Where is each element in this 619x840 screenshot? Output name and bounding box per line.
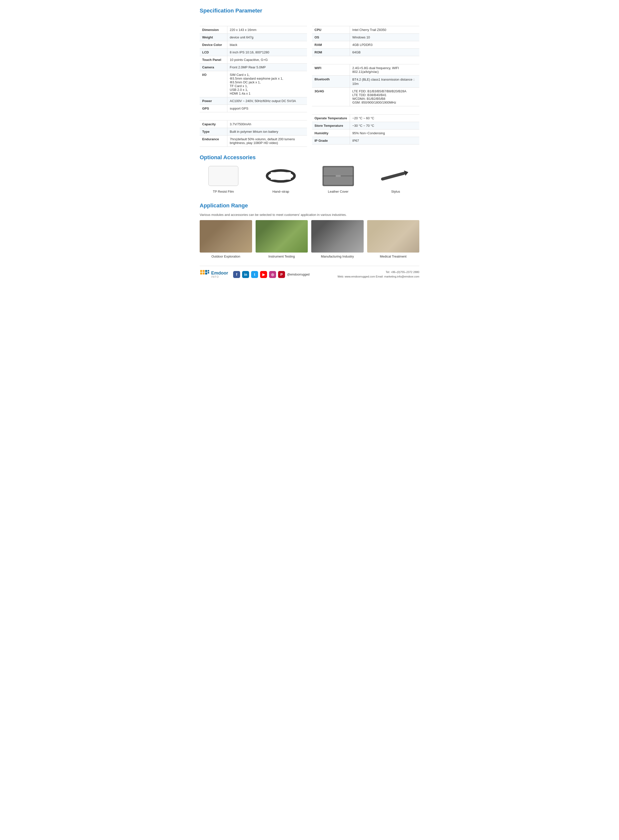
reliability-param-label: Humidity [312,130,350,137]
accessories-grid: TP Resist Film Hand–strap Leather Cover … [200,165,419,193]
network-param-row: WIFI2.4G+5.8G dual frequency, WIFI 802.1… [312,64,419,76]
svg-rect-12 [205,270,207,272]
reliability-param-label: Store Temperature [312,122,350,130]
apprange-desc: Various modules and accessories can be s… [200,213,419,217]
basic-param-label: I/O [200,71,227,97]
youtube-icon[interactable]: ▶ [260,271,267,278]
perf-param-label: CPU [312,26,350,34]
network-header: Network connections [312,56,419,64]
app-item: Manufacturing Industry [311,220,364,258]
apprange-title: Application Range [200,202,419,209]
footer: Emdoor INFO f in t ▶ ◎ P @emdoorrugged T… [200,266,419,280]
facebook-icon[interactable]: f [233,271,240,278]
network-param-label: WIFI [312,64,350,76]
basic-param-label: Dimension [200,26,227,34]
stylus-shape [380,169,412,184]
perf-param-row: RAM4GB LPDDR3 [312,41,419,49]
svg-rect-14 [208,270,209,272]
battery-param-label: Endurance [200,136,227,147]
app-label: Instrument Testing [268,254,295,258]
battery-param-row: Endurance7hrs(default 50% volumn, defaul… [200,136,307,147]
logo-text: Emdoor INFO [211,271,228,278]
basic-param-row: I/OSIM Card x 1, Φ3.5mm standard earphon… [200,71,307,97]
basic-param-label: LCD [200,49,227,56]
accessory-item: TP Resist Film [200,165,247,193]
app-label: Outdoor Exploration [211,254,240,258]
reliability-param-value: IP67 [350,137,419,145]
svg-rect-13 [205,272,207,275]
reliability-param-row: Store Temperature−30 °C ~ 70 °C [312,122,419,130]
basic-param-label: Camera [200,64,227,71]
app-image [311,220,364,253]
pinterest-icon[interactable]: P [278,271,285,278]
reliability-param-row: Humidity95% Non−Condensing [312,130,419,137]
basic-param-label: GPS [200,105,227,112]
footer-logo: Emdoor INFO [200,269,228,280]
spec-section: Basic parameters Dimension220 x 143 x 16… [200,18,419,147]
perf-param-label: ROM [312,49,350,56]
twitter-icon[interactable]: t [251,271,258,278]
footer-contact: Tel: +86–(0)755–2372 2880 Web: www.emdoo… [338,270,419,279]
basic-param-label: Device Color [200,41,227,49]
accessory-img [263,165,298,187]
perf-param-value: 64GB [350,49,419,56]
app-images-grid: Outdoor Exploration Instrument Testing M… [200,220,419,258]
film-shape [208,166,238,186]
emdoor-logo-icon [200,269,210,280]
perf-param-value: 4GB LPDDR3 [350,41,419,49]
network-param-value: LTE FDD: B1/B3/B5/B7/B8/B20/B28A LTE TDD… [350,88,419,106]
perf-param-label: OS [312,34,350,41]
accessories-title: Optional Accessories [200,154,419,161]
accessory-item: Leather Cover [314,165,362,193]
network-param-row: BluetoothBT4.2 (BLE) class1 transmission… [312,76,419,88]
basic-param-label: Power [200,97,227,105]
perf-param-row: ROM64GB [312,49,419,56]
svg-marker-7 [404,169,409,176]
basic-param-label: Touch Panel [200,56,227,64]
logo-emdoor: Emdoor [211,271,228,276]
spec-title: Specification Parameter [200,7,419,14]
basic-param-value: 10 points Capacitive, G+G [227,56,307,64]
basic-param-value: black [227,41,307,49]
basic-param-value: 220 x 143 x 16mm [227,26,307,34]
accessory-label: TP Resist Film [213,190,234,193]
instagram-icon[interactable]: ◎ [269,271,276,278]
basic-params-wrap: Basic parameters Dimension220 x 143 x 16… [200,18,307,147]
perf-param-value: Intel Cherry Trail Z8350 [350,26,419,34]
linkedin-icon[interactable]: in [242,271,249,278]
basic-param-value: SIM Card x 1, Φ3.5mm standard earphone j… [227,71,307,97]
network-param-label: 3G/4G [312,88,350,106]
svg-rect-8 [200,270,202,272]
basic-param-label: Weight [200,34,227,41]
svg-rect-10 [200,272,202,275]
basic-header: Basic parameters [200,18,307,26]
perf-param-label: RAM [312,41,350,49]
perf-param-row: OSWindows 10 [312,34,419,41]
reliability-header: Reliability [312,106,419,115]
app-range-section: Application Range Various modules and ac… [200,202,419,258]
footer-web: Web: www.emdoorrugged.com Email: marketi… [338,275,419,279]
accessory-item: Hand–strap [257,165,305,193]
battery-param-value: Built in polymer lithium ion battery [227,128,307,136]
basic-param-value: device unit 647g [227,34,307,41]
basic-params-table: Basic parameters Dimension220 x 143 x 16… [200,18,307,147]
basic-param-row: LCD8 inch IPS 10:16, 800*1280 [200,49,307,56]
app-label: Medical Treatment [380,254,407,258]
battery-param-row: Capacity3.7V/7500mAh [200,121,307,128]
basic-param-row: Dimension220 x 143 x 16mm [200,26,307,34]
battery-param-row: TypeBuilt in polymer lithium ion battery [200,128,307,136]
network-param-row: 3G/4GLTE FDD: B1/B3/B5/B7/B8/B20/B28A LT… [312,88,419,106]
reliability-param-row: Operate Temperature−20 °C ~ 60 °C [312,115,419,122]
perf-params-wrap: Performance parameter CPUIntel Cherry Tr… [312,18,419,147]
svg-rect-5 [336,175,341,177]
battery-param-label: Capacity [200,121,227,128]
basic-param-value: AC100V ~ 240V, 50Hz/60Hz output DC 5V/3A [227,97,307,105]
reliability-param-value: −30 °C ~ 70 °C [350,122,419,130]
app-item: Outdoor Exploration [200,220,252,258]
handstrap-shape [266,169,296,184]
battery-param-value: 7hrs(default 50% volumn, default 200 lum… [227,136,307,147]
svg-rect-9 [203,270,205,272]
svg-rect-1 [271,172,291,180]
basic-param-row: Device Colorblack [200,41,307,49]
footer-social: f in t ▶ ◎ P @emdoorrugged [233,271,310,278]
